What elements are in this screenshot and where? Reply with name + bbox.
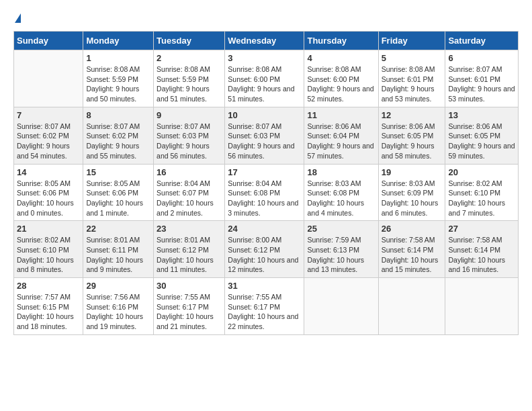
day-number: 11 [307,110,375,120]
day-number: 8 [86,110,150,120]
day-info: Sunrise: 8:08 AMSunset: 5:59 PMDaylight:… [157,64,222,104]
day-info: Sunrise: 7:59 AMSunset: 6:13 PMDaylight:… [307,235,375,275]
day-cell [304,278,378,335]
calendar-table: SundayMondayTuesdayWednesdayThursdayFrid… [13,31,519,335]
day-cell: 17Sunrise: 8:04 AMSunset: 6:08 PMDayligh… [225,164,304,221]
day-info: Sunrise: 7:58 AMSunset: 6:14 PMDaylight:… [448,235,515,275]
day-number: 29 [86,281,150,291]
day-cell: 24Sunrise: 8:00 AMSunset: 6:12 PMDayligh… [225,221,304,278]
day-info: Sunrise: 8:01 AMSunset: 6:12 PMDaylight:… [157,235,222,275]
column-header-sunday: Sunday [14,32,83,50]
day-number: 19 [382,167,443,177]
day-info: Sunrise: 8:00 AMSunset: 6:12 PMDaylight:… [228,235,301,275]
header [13,13,519,24]
day-cell: 11Sunrise: 8:06 AMSunset: 6:04 PMDayligh… [304,107,378,164]
day-cell [378,278,445,335]
day-number: 25 [307,224,375,234]
day-number: 5 [382,53,443,63]
day-info: Sunrise: 8:05 AMSunset: 6:06 PMDaylight:… [86,179,150,218]
day-info: Sunrise: 8:06 AMSunset: 6:05 PMDaylight:… [382,122,443,161]
column-header-thursday: Thursday [304,32,378,50]
day-info: Sunrise: 8:08 AMSunset: 6:01 PMDaylight:… [382,64,443,104]
day-cell: 7Sunrise: 8:07 AMSunset: 6:02 PMDaylight… [14,107,83,164]
logo [13,13,21,24]
column-header-wednesday: Wednesday [225,32,304,50]
day-cell: 26Sunrise: 7:58 AMSunset: 6:14 PMDayligh… [378,221,445,278]
day-number: 24 [228,224,301,234]
day-cell: 10Sunrise: 8:07 AMSunset: 6:03 PMDayligh… [225,107,304,164]
day-info: Sunrise: 7:57 AMSunset: 6:15 PMDaylight:… [17,292,80,332]
day-cell: 4Sunrise: 8:08 AMSunset: 6:00 PMDaylight… [304,50,378,107]
day-cell: 15Sunrise: 8:05 AMSunset: 6:06 PMDayligh… [83,164,154,221]
day-number: 21 [17,224,80,234]
day-cell: 12Sunrise: 8:06 AMSunset: 6:05 PMDayligh… [378,107,445,164]
day-cell: 16Sunrise: 8:04 AMSunset: 6:07 PMDayligh… [154,164,225,221]
day-cell: 23Sunrise: 8:01 AMSunset: 6:12 PMDayligh… [154,221,225,278]
day-cell: 27Sunrise: 7:58 AMSunset: 6:14 PMDayligh… [445,221,519,278]
day-cell: 20Sunrise: 8:02 AMSunset: 6:10 PMDayligh… [445,164,519,221]
day-number: 15 [86,167,150,177]
day-number: 13 [448,110,515,120]
day-number: 17 [228,167,301,177]
week-row-3: 14Sunrise: 8:05 AMSunset: 6:06 PMDayligh… [14,164,519,221]
day-info: Sunrise: 8:06 AMSunset: 6:05 PMDaylight:… [448,122,515,161]
day-number: 18 [307,167,375,177]
day-info: Sunrise: 8:05 AMSunset: 6:06 PMDaylight:… [17,179,80,218]
day-cell [14,50,83,107]
day-number: 9 [157,110,222,120]
week-row-1: 1Sunrise: 8:08 AMSunset: 5:59 PMDaylight… [14,50,519,107]
column-header-friday: Friday [378,32,445,50]
week-row-4: 21Sunrise: 8:02 AMSunset: 6:10 PMDayligh… [14,221,519,278]
day-info: Sunrise: 8:03 AMSunset: 6:09 PMDaylight:… [382,179,443,218]
day-number: 31 [228,281,301,291]
day-number: 28 [17,281,80,291]
day-info: Sunrise: 7:55 AMSunset: 6:17 PMDaylight:… [228,292,301,332]
week-row-5: 28Sunrise: 7:57 AMSunset: 6:15 PMDayligh… [14,278,519,335]
day-info: Sunrise: 8:08 AMSunset: 6:00 PMDaylight:… [307,64,375,104]
day-number: 27 [448,224,515,234]
day-info: Sunrise: 7:55 AMSunset: 6:17 PMDaylight:… [157,292,222,332]
day-number: 12 [382,110,443,120]
column-header-monday: Monday [83,32,154,50]
day-number: 4 [307,53,375,63]
day-cell: 9Sunrise: 8:07 AMSunset: 6:03 PMDaylight… [154,107,225,164]
day-cell: 13Sunrise: 8:06 AMSunset: 6:05 PMDayligh… [445,107,519,164]
day-number: 23 [157,224,222,234]
day-cell: 14Sunrise: 8:05 AMSunset: 6:06 PMDayligh… [14,164,83,221]
day-number: 26 [382,224,443,234]
column-header-tuesday: Tuesday [154,32,225,50]
day-cell: 25Sunrise: 7:59 AMSunset: 6:13 PMDayligh… [304,221,378,278]
day-number: 20 [448,167,515,177]
day-cell: 21Sunrise: 8:02 AMSunset: 6:10 PMDayligh… [14,221,83,278]
day-cell: 5Sunrise: 8:08 AMSunset: 6:01 PMDaylight… [378,50,445,107]
day-info: Sunrise: 8:07 AMSunset: 6:02 PMDaylight:… [17,122,80,161]
day-info: Sunrise: 8:07 AMSunset: 6:02 PMDaylight:… [86,122,150,161]
day-info: Sunrise: 8:08 AMSunset: 6:00 PMDaylight:… [228,64,301,104]
day-cell: 28Sunrise: 7:57 AMSunset: 6:15 PMDayligh… [14,278,83,335]
logo-triangle-icon [15,13,21,23]
week-row-2: 7Sunrise: 8:07 AMSunset: 6:02 PMDaylight… [14,107,519,164]
day-cell: 30Sunrise: 7:55 AMSunset: 6:17 PMDayligh… [154,278,225,335]
day-cell: 6Sunrise: 8:07 AMSunset: 6:01 PMDaylight… [445,50,519,107]
day-cell: 2Sunrise: 8:08 AMSunset: 5:59 PMDaylight… [154,50,225,107]
day-info: Sunrise: 8:07 AMSunset: 6:03 PMDaylight:… [157,122,222,161]
day-info: Sunrise: 8:01 AMSunset: 6:11 PMDaylight:… [86,235,150,275]
day-info: Sunrise: 8:06 AMSunset: 6:04 PMDaylight:… [307,122,375,161]
day-cell: 29Sunrise: 7:56 AMSunset: 6:16 PMDayligh… [83,278,154,335]
day-cell: 8Sunrise: 8:07 AMSunset: 6:02 PMDaylight… [83,107,154,164]
day-info: Sunrise: 7:56 AMSunset: 6:16 PMDaylight:… [86,292,150,332]
day-number: 16 [157,167,222,177]
day-info: Sunrise: 8:07 AMSunset: 6:03 PMDaylight:… [228,122,301,161]
calendar-header-row: SundayMondayTuesdayWednesdayThursdayFrid… [14,32,519,50]
day-number: 6 [448,53,515,63]
day-info: Sunrise: 8:08 AMSunset: 5:59 PMDaylight:… [86,64,150,104]
day-cell: 18Sunrise: 8:03 AMSunset: 6:08 PMDayligh… [304,164,378,221]
day-number: 7 [17,110,80,120]
day-number: 14 [17,167,80,177]
day-number: 30 [157,281,222,291]
day-cell: 31Sunrise: 7:55 AMSunset: 6:17 PMDayligh… [225,278,304,335]
day-number: 2 [157,53,222,63]
day-info: Sunrise: 7:58 AMSunset: 6:14 PMDaylight:… [382,235,443,275]
day-cell: 22Sunrise: 8:01 AMSunset: 6:11 PMDayligh… [83,221,154,278]
day-cell: 19Sunrise: 8:03 AMSunset: 6:09 PMDayligh… [378,164,445,221]
